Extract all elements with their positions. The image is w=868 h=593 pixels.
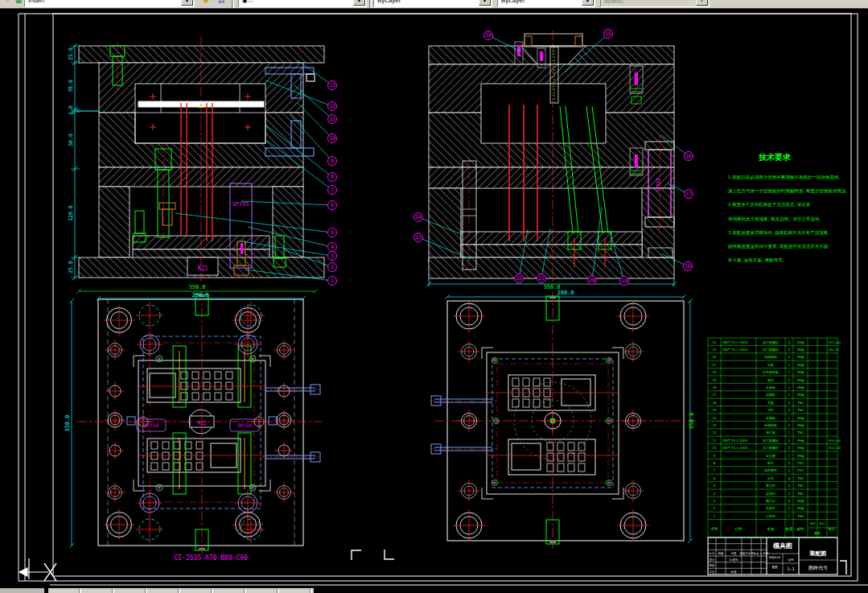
bom-cell: 4 [788, 401, 791, 405]
balloon-number: 19 [621, 278, 627, 284]
tech-line: 2.检查各个活动机构处于灵活状态, 保证其 [728, 202, 811, 208]
bom-cell: 导柱 [767, 408, 774, 412]
bom-cell: 2 [714, 506, 716, 510]
star-icon: ✦ [5, 0, 11, 4]
tab-strip-corner [0, 588, 44, 593]
bom-cell: 5 [714, 484, 716, 488]
title-block-cell: 标准化 [729, 558, 738, 562]
bom-cell: 4 [788, 348, 791, 352]
chevron-down-icon[interactable]: ▼ [353, 0, 365, 6]
balloon-number: 12 [329, 103, 335, 109]
balloon-number: 24 [415, 214, 422, 220]
drawing-canvas[interactable]: SP735 K口 [0, 0, 868, 593]
title-block-cell: 重量 [772, 565, 779, 569]
bom-cell: 8 [714, 461, 716, 465]
fold-marks [352, 550, 846, 574]
title-block-cell: 分区 [731, 552, 738, 555]
balloon-number: 4 [331, 244, 334, 250]
bom-cell: T8A [796, 408, 804, 412]
bom-cell: 2 [788, 492, 791, 496]
bom-cell: 内六角螺钉 [763, 446, 780, 451]
gate-label: K口 [197, 265, 208, 272]
bom-cell: P20 [797, 461, 804, 465]
dim-label: 120.0 [68, 205, 74, 221]
bom-cell: 4 [788, 499, 791, 503]
plotstyle-combo-value: 随颜色 [604, 0, 623, 4]
color-combo[interactable]: ByLayer ▼ [373, 0, 492, 7]
bom-cell: 备注 [829, 527, 837, 531]
tech-line: 3.装配后要做试模动作, 脱模机构不允许有干涉现象, [728, 230, 829, 236]
bom-cell: 1 [788, 363, 791, 367]
bom-cell: 45钢 [796, 370, 804, 374]
bom-cell: 代号 [734, 527, 743, 531]
drawing-type: 装配图 [809, 550, 827, 557]
dim-label: 25.0 [68, 47, 74, 60]
balloon-number: 10 [329, 135, 335, 142]
bom-cell: 8 [788, 476, 791, 480]
bom-cell: 15 [712, 408, 717, 412]
application-window: ✦ ▦ Insert ▼ ◆ ▤ ▣ □ ▼ ByLayer ▼ ByLayer… [0, 0, 868, 593]
bom-cell: 垫块 [767, 378, 774, 382]
bom-cell: 4 [788, 484, 791, 488]
dim-top: 280.0 [557, 290, 574, 296]
mold-base-caption: CI-2535-A70-B80-C90 [174, 554, 248, 562]
tech-line: 传动顺利无卡死现象, 模具启闭、合分正常运动. [728, 216, 821, 222]
linetype-combo-value: ByLayer [501, 0, 525, 4]
chevron-down-icon[interactable]: ▼ [181, 0, 193, 6]
bom-cell: 数量 [786, 527, 794, 531]
bom-cell: T8A [796, 492, 804, 496]
bom-cell: 型芯 [767, 461, 774, 465]
bom-cell: 19 [712, 378, 717, 382]
layers-button[interactable]: ▤ [214, 0, 228, 7]
balloon-number: 6 [331, 202, 334, 208]
section-view-right: SP735 350.0 [426, 31, 677, 290]
dim-label: 70.0 [68, 80, 74, 93]
drawing-code: 图样代号 [808, 565, 828, 571]
bom-cell: 推杆固定板 [763, 370, 779, 374]
bom-cell: 10 [712, 446, 717, 450]
title-block-cell: 年月日 [760, 552, 769, 555]
layout-tabs-strip[interactable] [48, 588, 314, 593]
tech-line: 涂上红丹与另一分型面贴合时接触明显, 检查分型面贴合情况. [728, 188, 847, 194]
bom-cell: 定模板 [766, 416, 775, 420]
balloon-number: 11 [329, 116, 335, 122]
title-block-cell: 处数 [718, 551, 725, 555]
bom-cell: 序号 [711, 527, 719, 531]
bom-cell: GB/T 70.1-2000 [722, 348, 748, 352]
dimension-chain: 25.070.01.050.0120.025.0 [68, 43, 80, 280]
bom-cell: 9 [714, 454, 716, 458]
bom-cell: 内六角螺钉 [763, 340, 780, 345]
bom-cell: 名称 [767, 527, 775, 531]
bom-cell: 45钢 [796, 423, 804, 427]
plan-view-right: 280.0 350.0 [430, 290, 697, 549]
bom-cell: T8A [796, 484, 804, 488]
bom-cell: 1 [714, 514, 716, 518]
bom-cell: 内六角螺钉 [763, 348, 780, 352]
drawing-name: 模具图 [772, 542, 792, 550]
dim-label: 50.0 [68, 134, 74, 146]
chevron-down-icon[interactable]: ▼ [582, 0, 594, 6]
title-block-cell: 比例 [788, 558, 795, 562]
dim-top-outer: 350.0 [188, 284, 205, 290]
bom-cell: 45钢 [796, 385, 804, 389]
balloon-number: 14 [485, 32, 492, 39]
chevron-down-icon[interactable]: ▼ [479, 0, 491, 6]
balloon-number: 1 [331, 278, 334, 284]
title-block-cell: 标记 [709, 552, 716, 555]
layer-combo[interactable]: ▣ □ ▼ [238, 0, 367, 7]
make-block-button[interactable]: ◆ [199, 0, 213, 7]
bom-cell: GB/T 70.1-2000 [722, 340, 748, 344]
bom-cell: 1 [788, 355, 791, 359]
title-block: 模具图 装配图 图样代号 1:1 标记处数分区更改文件号签名年月日设计标准化审核… [708, 537, 837, 574]
dim-right: 350.0 [689, 412, 695, 429]
bom-cell: 推板 [767, 363, 774, 367]
bom-cell: M10×30 [829, 439, 841, 443]
title-block-cell: 工艺 [710, 570, 716, 574]
bom-cell: M12×40 [829, 341, 841, 344]
insert-combo[interactable]: Insert ▼ [24, 0, 195, 7]
dim-top-inner: 290.0 [191, 292, 208, 299]
tech-line: 固件精度要达到设计要求, 装配完毕应灵活并且不能 [728, 244, 829, 249]
bom-cell: T8A [796, 514, 804, 518]
bom-cell: 3 [714, 499, 716, 503]
linetype-combo[interactable]: ByLayer ▼ [497, 0, 595, 7]
